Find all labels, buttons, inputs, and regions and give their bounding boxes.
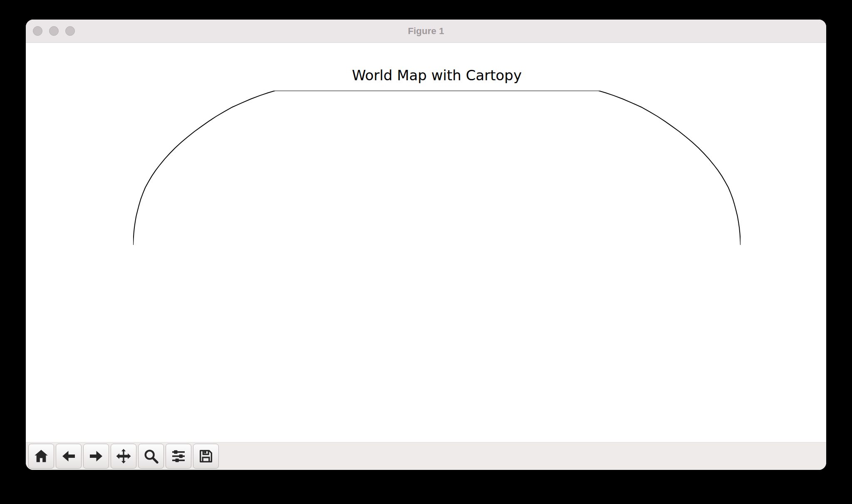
luzon bbox=[637, 209, 640, 219]
greenland bbox=[368, 96, 420, 132]
pan-icon bbox=[115, 448, 132, 464]
honshu bbox=[646, 166, 659, 181]
sakhalin bbox=[639, 142, 651, 157]
iceland bbox=[406, 121, 419, 126]
desktop: { "window": { "title": "Figure 1", "traf… bbox=[0, 0, 852, 504]
tool-save-button[interactable] bbox=[193, 444, 219, 469]
meridian-60 bbox=[491, 91, 538, 245]
madagascar bbox=[509, 196, 521, 222]
hokkaido bbox=[652, 160, 659, 165]
close-button[interactable] bbox=[33, 26, 42, 36]
caspian-sea bbox=[507, 156, 520, 175]
home-icon bbox=[33, 448, 50, 464]
victoria-island bbox=[298, 110, 315, 117]
svalbard bbox=[448, 100, 462, 104]
save-icon bbox=[198, 448, 214, 464]
baffin-island bbox=[343, 110, 357, 127]
eurasia bbox=[422, 104, 672, 242]
cuba bbox=[297, 201, 314, 206]
gridlines bbox=[133, 91, 741, 245]
java bbox=[614, 228, 629, 233]
meridian--120 bbox=[234, 91, 329, 245]
meridian--60 bbox=[336, 91, 383, 245]
mindanao bbox=[642, 227, 649, 233]
land-layer bbox=[211, 91, 717, 245]
antarctica bbox=[228, 91, 645, 126]
black-sea bbox=[479, 155, 498, 166]
hispaniola bbox=[313, 207, 323, 211]
tasmania bbox=[659, 162, 666, 167]
zoom-icon bbox=[143, 448, 159, 464]
australia bbox=[620, 171, 687, 224]
minimize-button[interactable] bbox=[49, 26, 59, 36]
south-america bbox=[300, 141, 378, 245]
world-map[interactable] bbox=[133, 91, 741, 399]
tool-subplots-button[interactable] bbox=[166, 444, 191, 469]
baltic-sea bbox=[450, 123, 478, 139]
borneo bbox=[621, 232, 638, 243]
zoom-window-button[interactable] bbox=[65, 26, 75, 36]
tool-forward-button[interactable] bbox=[83, 444, 109, 469]
kyushu bbox=[644, 181, 648, 186]
world-map-svg bbox=[133, 91, 741, 399]
sulawesi bbox=[638, 237, 643, 244]
traffic-lights bbox=[33, 26, 75, 36]
map-border bbox=[133, 91, 741, 245]
new-zealand-north bbox=[706, 166, 717, 179]
back-icon bbox=[60, 448, 77, 464]
figure-canvas[interactable]: World Map with Cartopy bbox=[26, 43, 826, 442]
figure-window: Figure 1 World Map with Cartopy bbox=[26, 20, 826, 470]
newfoundland bbox=[348, 147, 359, 154]
great-lakes bbox=[300, 153, 320, 164]
navigation-toolbar bbox=[26, 442, 826, 470]
ellesmere-island bbox=[340, 96, 371, 102]
new-zealand-south bbox=[687, 156, 705, 167]
north-america bbox=[211, 113, 356, 231]
sri-lanka bbox=[571, 226, 575, 234]
window-title: Figure 1 bbox=[26, 26, 826, 37]
new-guinea bbox=[658, 225, 689, 244]
titlebar[interactable]: Figure 1 bbox=[26, 20, 826, 43]
ocean bbox=[133, 91, 741, 245]
novaya-zemlya bbox=[500, 104, 513, 113]
figure-title: World Map with Cartopy bbox=[133, 67, 741, 84]
sumatra bbox=[597, 234, 616, 245]
hainan bbox=[617, 207, 621, 210]
taiwan bbox=[634, 197, 637, 203]
tool-back-button[interactable] bbox=[56, 444, 82, 469]
subplots-icon bbox=[170, 448, 187, 464]
africa bbox=[408, 174, 523, 243]
inland-water-layer bbox=[300, 123, 520, 174]
meridian-120 bbox=[545, 91, 639, 245]
united-kingdom bbox=[428, 134, 439, 150]
ireland bbox=[422, 140, 429, 146]
tool-pan-button[interactable] bbox=[111, 444, 136, 469]
tool-zoom-button[interactable] bbox=[138, 444, 164, 469]
tool-home-button[interactable] bbox=[28, 444, 54, 469]
forward-icon bbox=[88, 448, 104, 464]
